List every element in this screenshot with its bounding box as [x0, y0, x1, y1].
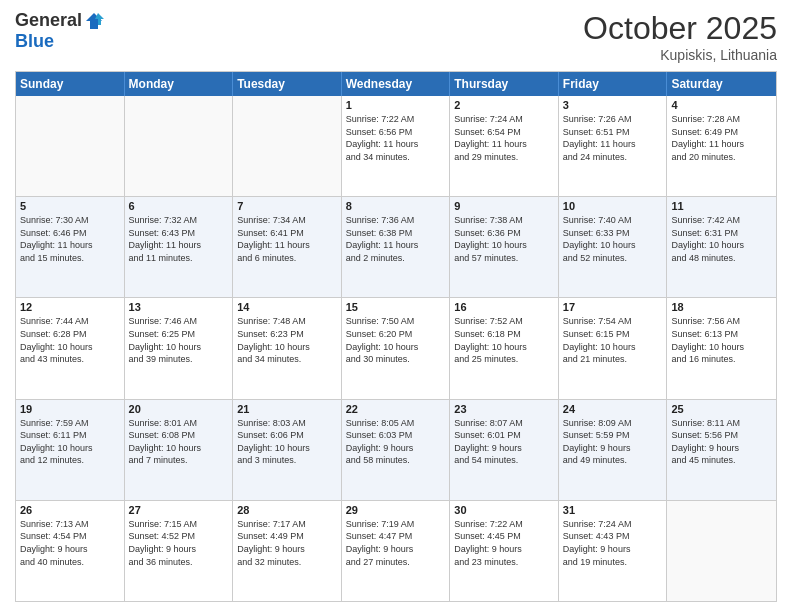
day-info: Sunrise: 7:30 AM Sunset: 6:46 PM Dayligh… [20, 214, 120, 264]
weekday-header-thursday: Thursday [450, 72, 559, 96]
day-info: Sunrise: 7:28 AM Sunset: 6:49 PM Dayligh… [671, 113, 772, 163]
day-number: 10 [563, 200, 663, 212]
day-number: 23 [454, 403, 554, 415]
day-number: 12 [20, 301, 120, 313]
day-info: Sunrise: 7:24 AM Sunset: 6:54 PM Dayligh… [454, 113, 554, 163]
weekday-header-saturday: Saturday [667, 72, 776, 96]
day-info: Sunrise: 7:17 AM Sunset: 4:49 PM Dayligh… [237, 518, 337, 568]
empty-cell [125, 96, 234, 196]
day-info: Sunrise: 7:44 AM Sunset: 6:28 PM Dayligh… [20, 315, 120, 365]
day-info: Sunrise: 7:40 AM Sunset: 6:33 PM Dayligh… [563, 214, 663, 264]
day-number: 30 [454, 504, 554, 516]
logo-blue: Blue [15, 31, 54, 52]
day-info: Sunrise: 7:32 AM Sunset: 6:43 PM Dayligh… [129, 214, 229, 264]
day-number: 15 [346, 301, 446, 313]
logo-general: General [15, 10, 82, 31]
day-cell-23: 23Sunrise: 8:07 AM Sunset: 6:01 PM Dayli… [450, 400, 559, 500]
day-number: 26 [20, 504, 120, 516]
day-number: 11 [671, 200, 772, 212]
day-info: Sunrise: 7:46 AM Sunset: 6:25 PM Dayligh… [129, 315, 229, 365]
day-cell-17: 17Sunrise: 7:54 AM Sunset: 6:15 PM Dayli… [559, 298, 668, 398]
day-cell-13: 13Sunrise: 7:46 AM Sunset: 6:25 PM Dayli… [125, 298, 234, 398]
weekday-header-monday: Monday [125, 72, 234, 96]
day-number: 24 [563, 403, 663, 415]
day-cell-9: 9Sunrise: 7:38 AM Sunset: 6:36 PM Daylig… [450, 197, 559, 297]
day-info: Sunrise: 8:07 AM Sunset: 6:01 PM Dayligh… [454, 417, 554, 467]
day-cell-30: 30Sunrise: 7:22 AM Sunset: 4:45 PM Dayli… [450, 501, 559, 601]
day-number: 17 [563, 301, 663, 313]
location: Kupiskis, Lithuania [583, 47, 777, 63]
day-info: Sunrise: 8:05 AM Sunset: 6:03 PM Dayligh… [346, 417, 446, 467]
calendar-row: 5Sunrise: 7:30 AM Sunset: 6:46 PM Daylig… [16, 196, 776, 297]
day-number: 18 [671, 301, 772, 313]
day-cell-27: 27Sunrise: 7:15 AM Sunset: 4:52 PM Dayli… [125, 501, 234, 601]
weekday-header-sunday: Sunday [16, 72, 125, 96]
day-info: Sunrise: 7:36 AM Sunset: 6:38 PM Dayligh… [346, 214, 446, 264]
day-cell-2: 2Sunrise: 7:24 AM Sunset: 6:54 PM Daylig… [450, 96, 559, 196]
day-info: Sunrise: 7:52 AM Sunset: 6:18 PM Dayligh… [454, 315, 554, 365]
title-area: October 2025 Kupiskis, Lithuania [583, 10, 777, 63]
day-info: Sunrise: 7:42 AM Sunset: 6:31 PM Dayligh… [671, 214, 772, 264]
day-cell-18: 18Sunrise: 7:56 AM Sunset: 6:13 PM Dayli… [667, 298, 776, 398]
weekday-header-tuesday: Tuesday [233, 72, 342, 96]
day-number: 9 [454, 200, 554, 212]
empty-cell [233, 96, 342, 196]
day-cell-19: 19Sunrise: 7:59 AM Sunset: 6:11 PM Dayli… [16, 400, 125, 500]
day-cell-21: 21Sunrise: 8:03 AM Sunset: 6:06 PM Dayli… [233, 400, 342, 500]
day-number: 29 [346, 504, 446, 516]
day-number: 6 [129, 200, 229, 212]
day-number: 16 [454, 301, 554, 313]
day-info: Sunrise: 7:50 AM Sunset: 6:20 PM Dayligh… [346, 315, 446, 365]
day-number: 3 [563, 99, 663, 111]
day-cell-10: 10Sunrise: 7:40 AM Sunset: 6:33 PM Dayli… [559, 197, 668, 297]
calendar-row: 19Sunrise: 7:59 AM Sunset: 6:11 PM Dayli… [16, 399, 776, 500]
weekday-header-friday: Friday [559, 72, 668, 96]
day-cell-20: 20Sunrise: 8:01 AM Sunset: 6:08 PM Dayli… [125, 400, 234, 500]
weekday-header-wednesday: Wednesday [342, 72, 451, 96]
day-number: 14 [237, 301, 337, 313]
day-info: Sunrise: 8:09 AM Sunset: 5:59 PM Dayligh… [563, 417, 663, 467]
day-cell-16: 16Sunrise: 7:52 AM Sunset: 6:18 PM Dayli… [450, 298, 559, 398]
day-info: Sunrise: 8:01 AM Sunset: 6:08 PM Dayligh… [129, 417, 229, 467]
day-info: Sunrise: 7:22 AM Sunset: 6:56 PM Dayligh… [346, 113, 446, 163]
calendar: SundayMondayTuesdayWednesdayThursdayFrid… [15, 71, 777, 602]
day-number: 27 [129, 504, 229, 516]
day-info: Sunrise: 7:15 AM Sunset: 4:52 PM Dayligh… [129, 518, 229, 568]
day-cell-4: 4Sunrise: 7:28 AM Sunset: 6:49 PM Daylig… [667, 96, 776, 196]
day-cell-22: 22Sunrise: 8:05 AM Sunset: 6:03 PM Dayli… [342, 400, 451, 500]
day-cell-3: 3Sunrise: 7:26 AM Sunset: 6:51 PM Daylig… [559, 96, 668, 196]
day-info: Sunrise: 7:13 AM Sunset: 4:54 PM Dayligh… [20, 518, 120, 568]
day-number: 7 [237, 200, 337, 212]
day-number: 25 [671, 403, 772, 415]
day-info: Sunrise: 7:19 AM Sunset: 4:47 PM Dayligh… [346, 518, 446, 568]
calendar-body: 1Sunrise: 7:22 AM Sunset: 6:56 PM Daylig… [16, 96, 776, 601]
logo: General Blue [15, 10, 104, 52]
day-number: 21 [237, 403, 337, 415]
day-cell-6: 6Sunrise: 7:32 AM Sunset: 6:43 PM Daylig… [125, 197, 234, 297]
day-number: 19 [20, 403, 120, 415]
day-info: Sunrise: 7:22 AM Sunset: 4:45 PM Dayligh… [454, 518, 554, 568]
day-cell-1: 1Sunrise: 7:22 AM Sunset: 6:56 PM Daylig… [342, 96, 451, 196]
day-number: 22 [346, 403, 446, 415]
day-info: Sunrise: 7:54 AM Sunset: 6:15 PM Dayligh… [563, 315, 663, 365]
calendar-row: 12Sunrise: 7:44 AM Sunset: 6:28 PM Dayli… [16, 297, 776, 398]
day-cell-12: 12Sunrise: 7:44 AM Sunset: 6:28 PM Dayli… [16, 298, 125, 398]
day-cell-25: 25Sunrise: 8:11 AM Sunset: 5:56 PM Dayli… [667, 400, 776, 500]
day-number: 8 [346, 200, 446, 212]
day-info: Sunrise: 7:59 AM Sunset: 6:11 PM Dayligh… [20, 417, 120, 467]
calendar-row: 26Sunrise: 7:13 AM Sunset: 4:54 PM Dayli… [16, 500, 776, 601]
day-number: 13 [129, 301, 229, 313]
day-number: 31 [563, 504, 663, 516]
empty-cell [16, 96, 125, 196]
day-info: Sunrise: 8:11 AM Sunset: 5:56 PM Dayligh… [671, 417, 772, 467]
day-cell-11: 11Sunrise: 7:42 AM Sunset: 6:31 PM Dayli… [667, 197, 776, 297]
page: General Blue October 2025 Kupiskis, Lith… [0, 0, 792, 612]
day-info: Sunrise: 7:56 AM Sunset: 6:13 PM Dayligh… [671, 315, 772, 365]
day-number: 5 [20, 200, 120, 212]
day-number: 28 [237, 504, 337, 516]
day-number: 1 [346, 99, 446, 111]
day-cell-31: 31Sunrise: 7:24 AM Sunset: 4:43 PM Dayli… [559, 501, 668, 601]
day-info: Sunrise: 7:26 AM Sunset: 6:51 PM Dayligh… [563, 113, 663, 163]
day-number: 2 [454, 99, 554, 111]
calendar-header: SundayMondayTuesdayWednesdayThursdayFrid… [16, 72, 776, 96]
